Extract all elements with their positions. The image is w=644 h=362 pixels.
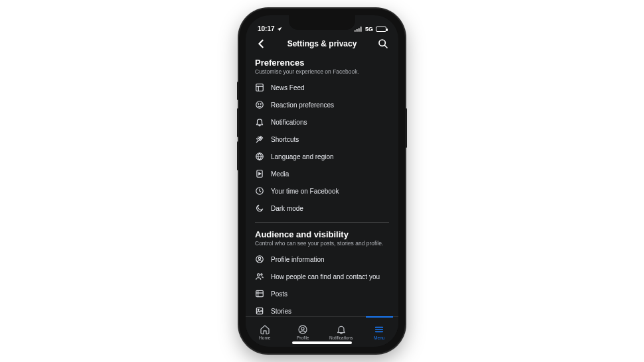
svg-point-6 (256, 101, 264, 109)
svg-point-7 (258, 103, 259, 104)
location-arrow-icon (277, 27, 282, 32)
svg-point-13 (258, 257, 261, 260)
content-scroll[interactable]: Preferences Customise your experience on… (246, 55, 398, 316)
volume-down-button (237, 141, 239, 170)
svg-rect-3 (361, 27, 362, 32)
bell-icon (255, 117, 264, 127)
stories-icon (255, 306, 264, 316)
pin-icon (255, 135, 264, 144)
svg-point-14 (258, 274, 260, 276)
row-label: Posts (271, 290, 287, 298)
battery-icon (376, 27, 386, 32)
section-divider (255, 222, 389, 223)
row-posts[interactable]: Posts (255, 285, 389, 302)
row-label: Reaction preferences (271, 101, 334, 109)
nav-header: Settings & privacy (246, 34, 398, 55)
row-profile-information[interactable]: Profile information (255, 251, 389, 268)
row-stories[interactable]: Stories (255, 302, 389, 316)
page-title: Settings & privacy (267, 39, 377, 48)
row-your-time[interactable]: Your time on Facebook (255, 182, 389, 200)
search-button[interactable] (377, 38, 389, 50)
feed-icon (255, 83, 264, 92)
side-button (237, 82, 239, 100)
svg-rect-16 (256, 290, 264, 296)
row-notifications[interactable]: Notifications (255, 113, 389, 131)
tab-label: Profile (297, 335, 309, 340)
row-dark-mode[interactable]: Dark mode (255, 200, 389, 217)
clock-icon (255, 186, 264, 196)
bell-icon (336, 324, 347, 335)
signal-icon (355, 27, 362, 32)
svg-rect-5 (256, 84, 264, 91)
home-icon (260, 324, 270, 335)
posts-icon (255, 289, 264, 298)
volume-up-button (237, 108, 239, 137)
svg-point-8 (260, 103, 261, 104)
profile-circle-icon (255, 255, 264, 264)
row-label: How people can find and contact you (271, 273, 380, 280)
row-media[interactable]: Media (255, 165, 389, 182)
svg-rect-0 (355, 30, 356, 32)
tab-menu[interactable]: Menu (361, 317, 399, 347)
reaction-icon (255, 100, 264, 109)
svg-rect-2 (359, 29, 360, 32)
phone-frame: 10:17 5G Settings & privacy (239, 9, 405, 353)
status-time: 10:17 (258, 25, 275, 32)
row-label: Dark mode (271, 205, 303, 212)
row-label: Language and region (271, 153, 334, 160)
power-button (405, 108, 407, 148)
row-how-people-find[interactable]: How people can find and contact you (255, 268, 389, 285)
row-label: Stories (271, 308, 291, 315)
tab-label: Home (259, 335, 270, 340)
section-subtitle-preferences: Customise your experience on Facebook. (255, 68, 389, 75)
row-shortcuts[interactable]: Shortcuts (255, 131, 389, 148)
svg-point-20 (301, 327, 304, 330)
section-title-audience: Audience and visibility (255, 229, 389, 239)
notch (289, 15, 355, 30)
moon-icon (255, 204, 264, 213)
svg-point-15 (261, 274, 262, 275)
section-title-preferences: Preferences (255, 58, 389, 68)
svg-rect-1 (357, 29, 358, 32)
row-reaction-preferences[interactable]: Reaction preferences (255, 96, 389, 113)
people-icon (255, 272, 264, 281)
tab-label: Menu (374, 335, 384, 340)
row-label: Media (271, 170, 289, 178)
row-language-region[interactable]: Language and region (255, 148, 389, 165)
profile-icon (297, 324, 308, 335)
back-button[interactable] (255, 38, 267, 50)
section-subtitle-audience: Control who can see your posts, stories … (255, 240, 389, 247)
screen: 10:17 5G Settings & privacy (246, 15, 398, 347)
row-label: Shortcuts (271, 136, 299, 143)
media-icon (255, 169, 264, 178)
row-label: Your time on Facebook (271, 188, 339, 195)
row-label: Profile information (271, 256, 325, 263)
globe-icon (255, 152, 264, 161)
row-news-feed[interactable]: News Feed (255, 79, 389, 96)
menu-icon (374, 324, 384, 335)
home-indicator[interactable] (292, 341, 352, 344)
row-label: News Feed (271, 84, 305, 91)
tab-home[interactable]: Home (246, 317, 284, 347)
row-label: Notifications (271, 119, 307, 126)
network-label: 5G (365, 26, 373, 32)
svg-point-18 (258, 309, 259, 310)
tab-label: Notifications (329, 335, 353, 340)
